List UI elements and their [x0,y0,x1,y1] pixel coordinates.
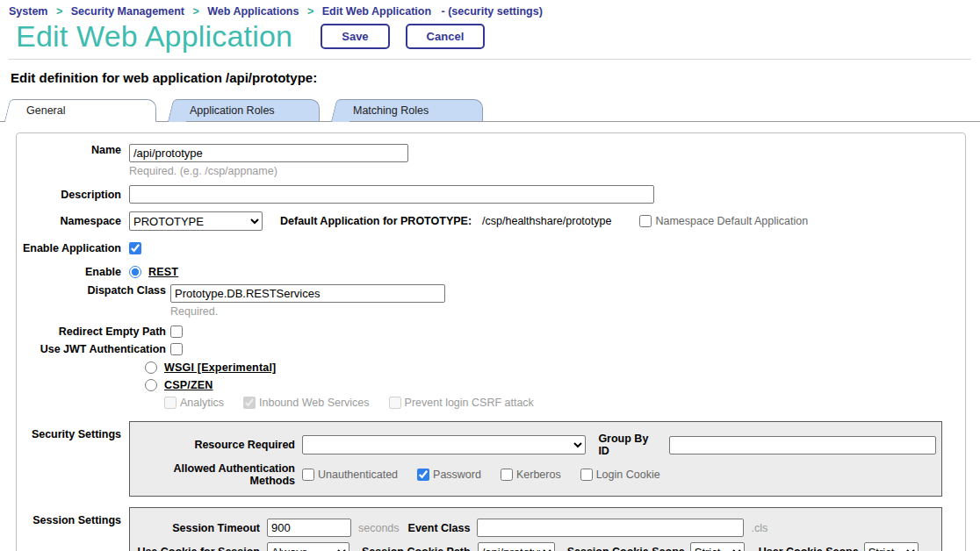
password-label: Password [433,469,481,481]
user-cookie-scope-label: User Cookie Scope [759,546,859,551]
dispatch-class-hint: Required. [170,305,445,318]
prevent-login-csrf-label: Prevent login CSRF attack [405,397,534,409]
description-input[interactable] [129,185,654,204]
rest-radio[interactable] [129,266,141,278]
name-hint: Required. (e.g. /csp/appname) [129,165,408,177]
breadcrumb-link-web-applications[interactable]: Web Applications [207,5,299,18]
page-title: Edit Web Application [16,19,292,54]
session-cookie-scope-select[interactable]: Strict [690,542,745,551]
use-cookie-for-session-select[interactable]: Always [267,542,349,551]
inbound-web-services-label: Inbound Web Services [259,397,370,409]
resource-required-label: Resource Required [130,439,302,451]
default-application-label: Default Application for PROTOTYPE: [280,215,472,227]
tab-application-roles-label: Application Roles [190,104,275,117]
rest-link[interactable]: REST [148,266,178,278]
analytics-label: Analytics [180,397,224,409]
group-by-id-input[interactable] [669,436,936,454]
page-header: System > Security Management > Web Appli… [0,0,980,85]
use-jwt-authentication-label: Use JWT Authentication [17,343,170,355]
password-checkbox[interactable] [417,469,429,481]
use-jwt-authentication-checkbox[interactable] [170,343,183,355]
resource-required-select[interactable] [302,435,586,454]
kerberos-checkbox[interactable] [501,469,513,481]
unauthenticated-checkbox[interactable] [302,469,314,481]
security-settings-label: Security Settings [17,421,129,440]
session-cookie-path-label: Session Cookie Path [362,546,471,551]
session-cookie-path-select[interactable]: /api/prototype/ [478,542,555,551]
unauthenticated-label: Unauthenticated [318,469,398,481]
enable-label: Enable [17,266,129,278]
user-cookie-scope-select[interactable]: Strict [864,542,919,551]
default-application-value: /csp/healthshare/prototype [482,215,611,227]
header-divider [9,59,971,60]
session-timeout-label: Session Timeout [130,522,267,534]
security-settings-panel: Resource Required Group By ID Allowed Au… [129,421,942,497]
breadcrumb-separator: > [56,5,62,18]
wsgi-link[interactable]: WSGI [Experimental] [164,361,276,374]
breadcrumb-link-security-management[interactable]: Security Management [71,5,184,18]
edit-definition-heading: Edit definition for web application /api… [11,70,971,85]
session-settings-label: Session Settings [17,507,129,526]
tab-application-roles[interactable]: Application Roles [177,99,320,122]
login-cookie-checkbox[interactable] [580,469,593,481]
event-class-input[interactable] [477,519,744,537]
dispatch-class-label: Dispatch Class [17,284,170,297]
cancel-button[interactable]: Cancel [406,24,486,49]
group-by-id-label: Group By ID [598,433,659,457]
redirect-empty-path-checkbox[interactable] [170,326,183,338]
breadcrumb-current-page[interactable]: Edit Web Application [322,5,431,18]
tab-general[interactable]: General [14,99,156,122]
description-label: Description [17,189,129,201]
save-button[interactable]: Save [321,24,389,49]
csp-zen-link[interactable]: CSP/ZEN [164,379,213,391]
namespace-label: Namespace [17,215,129,227]
session-timeout-input[interactable] [267,519,351,537]
breadcrumb-suffix: - (security settings) [442,5,543,18]
prevent-login-csrf-checkbox [389,397,401,409]
tab-general-label: General [26,104,65,117]
analytics-checkbox [164,397,177,409]
redirect-empty-path-label: Redirect Empty Path [17,326,170,338]
enable-application-label: Enable Application [17,242,129,254]
login-cookie-label: Login Cookie [596,469,660,481]
cls-suffix: .cls [751,522,767,534]
kerberos-label: Kerberos [516,469,561,481]
namespace-select[interactable]: PROTOTYPE [129,211,263,231]
event-class-label: Event Class [408,522,471,534]
breadcrumb-separator: > [192,5,198,18]
breadcrumb-link-system[interactable]: System [9,5,47,18]
general-form: Name Required. (e.g. /csp/appname) Descr… [16,132,966,551]
allowed-authentication-methods-label: Allowed Authentication Methods [130,462,302,487]
breadcrumb-separator: > [307,5,313,18]
tab-matching-roles-label: Matching Roles [353,104,429,117]
namespace-default-application-label: Namespace Default Application [655,215,808,227]
dispatch-class-input[interactable] [170,284,445,303]
name-input[interactable] [129,144,408,162]
breadcrumb: System > Security Management > Web Appli… [9,5,971,18]
name-label: Name [17,144,129,156]
tab-bar: General Application Roles Matching Roles [0,97,980,122]
wsgi-radio[interactable] [145,361,157,374]
seconds-suffix: seconds [358,522,400,534]
use-cookie-for-session-label: Use Cookie for Session [130,546,267,551]
namespace-default-application-checkbox[interactable] [639,215,652,227]
inbound-web-services-checkbox [243,397,256,409]
session-cookie-scope-label: Session Cookie Scope [567,546,685,551]
enable-application-checkbox[interactable] [129,242,141,254]
session-settings-panel: Session Timeout seconds Event Class .cls… [129,507,942,551]
csp-zen-radio[interactable] [145,379,157,391]
tab-matching-roles[interactable]: Matching Roles [341,99,483,122]
